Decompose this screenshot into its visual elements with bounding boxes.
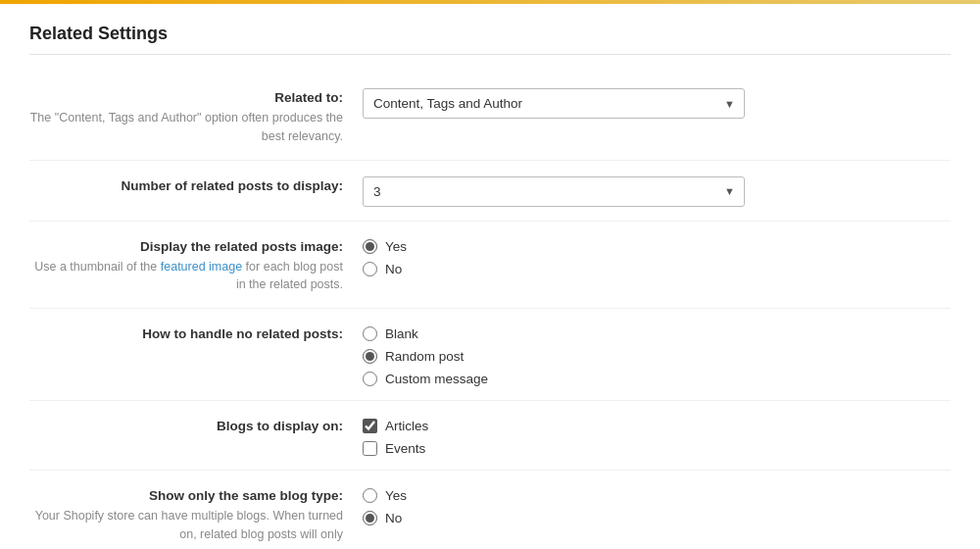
sublabel-same-blog-type: Your Shopify store can have multiple blo… — [29, 507, 343, 544]
radio-item-no-related-1: Random post — [363, 349, 951, 364]
sublabel-display-image: Use a thumbnail of the featured image fo… — [29, 258, 343, 295]
label-blogs-display: Blogs to display on: — [29, 419, 343, 433]
control-col-num-posts: 12345678910▼ — [363, 175, 951, 207]
select-wrapper-num-posts: 12345678910▼ — [363, 176, 745, 207]
control-col-no-related: BlankRandom postCustom message — [363, 323, 951, 386]
radio-item-same-blog-type-1: No — [363, 511, 951, 525]
radio-group-display-image: YesNo — [363, 237, 951, 276]
label-num-posts: Number of related posts to display: — [29, 178, 343, 193]
label-col-no-related: How to handle no related posts: — [29, 323, 363, 341]
settings-row-blogs-display: Blogs to display on:ArticlesEvents — [29, 401, 951, 471]
label-col-num-posts: Number of related posts to display: — [29, 175, 363, 193]
radio-input-no-related-1[interactable] — [363, 349, 377, 364]
label-col-same-blog-type: Show only the same blog type:Your Shopif… — [29, 484, 363, 544]
radio-input-no-related-0[interactable] — [363, 326, 377, 341]
radio-input-same-blog-type-0[interactable] — [363, 488, 377, 503]
settings-row-display-image: Display the related posts image:Use a th… — [29, 222, 951, 310]
settings-row-related-to: Related to:The "Content, Tags and Author… — [29, 73, 951, 161]
radio-item-no-related-2: Custom message — [363, 372, 951, 386]
radio-item-display-image-1: No — [363, 262, 951, 276]
control-col-blogs-display: ArticlesEvents — [363, 415, 951, 456]
checkbox-item-blogs-display-1: Events — [363, 441, 951, 456]
select-wrapper-related-to: Content, Tags and AuthorContent and Tags… — [363, 88, 745, 119]
label-display-image: Display the related posts image: — [29, 239, 343, 254]
page-container: Related Settings Related to:The "Content… — [0, 4, 980, 549]
label-col-related-to: Related to:The "Content, Tags and Author… — [29, 86, 363, 146]
label-col-blogs-display: Blogs to display on: — [29, 415, 363, 433]
label-same-blog-type: Show only the same blog type: — [29, 488, 343, 503]
settings-row-num-posts: Number of related posts to display:12345… — [29, 161, 951, 222]
radio-label-same-blog-type-1[interactable]: No — [385, 511, 402, 525]
radio-input-no-related-2[interactable] — [363, 372, 377, 386]
checkbox-group-blogs-display: ArticlesEvents — [363, 417, 951, 456]
radio-label-same-blog-type-0[interactable]: Yes — [385, 488, 407, 503]
radio-label-no-related-0[interactable]: Blank — [385, 326, 418, 341]
radio-group-same-blog-type: YesNo — [363, 486, 951, 525]
checkbox-input-blogs-display-1[interactable] — [363, 441, 377, 456]
control-col-related-to: Content, Tags and AuthorContent and Tags… — [363, 86, 951, 119]
control-col-display-image: YesNo — [363, 235, 951, 276]
radio-input-display-image-1[interactable] — [363, 262, 377, 276]
checkbox-label-blogs-display-0[interactable]: Articles — [385, 419, 428, 433]
checkbox-label-blogs-display-1[interactable]: Events — [385, 441, 425, 456]
select-related-to[interactable]: Content, Tags and AuthorContent and Tags… — [363, 88, 745, 119]
checkbox-input-blogs-display-0[interactable] — [363, 419, 377, 433]
label-no-related: How to handle no related posts: — [29, 326, 343, 341]
radio-item-display-image-0: Yes — [363, 239, 951, 254]
settings-rows: Related to:The "Content, Tags and Author… — [29, 73, 951, 549]
radio-label-no-related-1[interactable]: Random post — [385, 349, 464, 364]
radio-label-no-related-2[interactable]: Custom message — [385, 372, 488, 386]
sublabel-related-to: The "Content, Tags and Author" option of… — [29, 109, 343, 146]
radio-input-display-image-0[interactable] — [363, 239, 377, 254]
radio-group-no-related: BlankRandom postCustom message — [363, 324, 951, 386]
radio-label-display-image-1[interactable]: No — [385, 262, 402, 276]
settings-row-same-blog-type: Show only the same blog type:Your Shopif… — [29, 471, 951, 549]
radio-label-display-image-0[interactable]: Yes — [385, 239, 407, 254]
checkbox-item-blogs-display-0: Articles — [363, 419, 951, 433]
control-col-same-blog-type: YesNo — [363, 484, 951, 525]
label-col-display-image: Display the related posts image:Use a th… — [29, 235, 363, 295]
label-related-to: Related to: — [29, 90, 343, 105]
radio-input-same-blog-type-1[interactable] — [363, 511, 377, 525]
select-num-posts[interactable]: 12345678910 — [363, 176, 745, 207]
section-title: Related Settings — [29, 24, 951, 55]
radio-item-no-related-0: Blank — [363, 326, 951, 341]
settings-row-no-related: How to handle no related posts:BlankRand… — [29, 309, 951, 401]
radio-item-same-blog-type-0: Yes — [363, 488, 951, 503]
sublabel-link-display-image[interactable]: featured image — [161, 260, 242, 274]
